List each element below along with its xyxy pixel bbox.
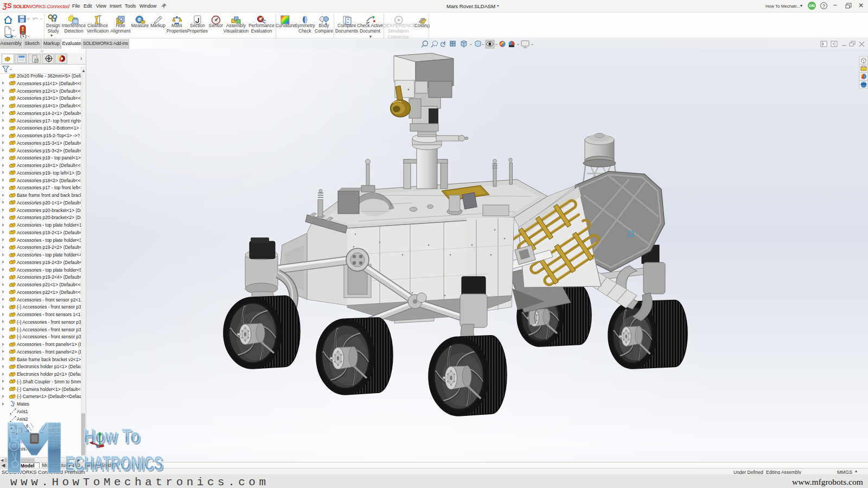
svg-text:ECHATRONICS: ECHATRONICS — [65, 452, 163, 474]
